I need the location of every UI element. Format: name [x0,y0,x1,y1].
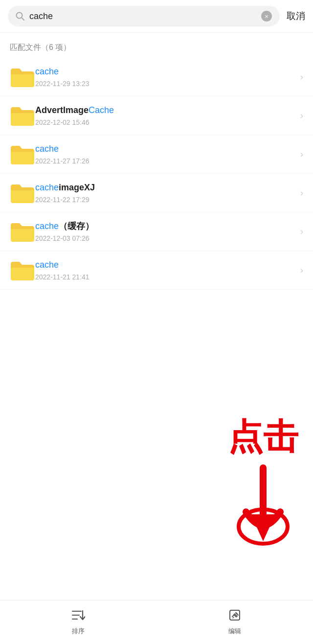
folder-icon [10,143,35,165]
svg-point-3 [239,509,288,544]
chevron-icon: › [300,149,303,160]
search-bar: × 取消 [0,0,313,33]
cancel-button[interactable]: 取消 [285,10,305,23]
annotation-text: 点击 [228,419,298,454]
folder-icon [10,220,35,243]
file-list: cache 2022-11-29 13:23 › AdvertImageCach… [0,58,313,290]
search-icon [16,12,24,21]
file-name: cache [35,66,296,77]
file-date: 2022-12-03 07:26 [35,234,296,242]
file-date: 2022-12-02 15:46 [35,118,296,126]
chevron-icon: › [300,72,303,82]
search-input[interactable] [29,11,256,22]
edit-label: 编辑 [228,627,241,636]
file-info: cache 2022-11-21 21:41 [35,259,296,280]
file-date: 2022-11-27 17:26 [35,157,296,165]
svg-line-1 [22,18,24,20]
folder-icon [10,104,35,127]
search-input-wrap: × [8,6,280,26]
edit-toolbar-item[interactable]: 编辑 [156,609,313,636]
chevron-icon: › [300,265,303,276]
file-info: AdvertImageCache 2022-12-02 15:46 [35,105,296,126]
clear-button[interactable]: × [261,11,272,22]
list-item[interactable]: AdvertImageCache 2022-12-02 15:46 › [0,96,313,135]
file-name: cache（缓存） [35,221,296,232]
file-name: cache [35,143,296,155]
file-date: 2022-11-22 17:29 [35,196,296,204]
clear-icon: × [265,13,268,20]
annotation-overlay: 点击 [228,419,298,546]
folder-icon [10,259,35,281]
file-name: AdvertImageCache [35,105,296,116]
file-name: cacheimageXJ [35,182,296,193]
chevron-icon: › [300,188,303,198]
file-info: cache（缓存） 2022-12-03 07:26 [35,221,296,242]
edit-icon [228,609,241,625]
file-name: cache [35,259,296,271]
file-info: cache 2022-11-27 17:26 [35,143,296,164]
bottom-toolbar: 排序 编辑 [0,600,313,644]
sort-icon [71,609,85,625]
sort-label: 排序 [72,627,85,636]
list-item[interactable]: cache（缓存） 2022-12-03 07:26 › [0,212,313,251]
chevron-icon: › [300,111,303,121]
svg-marker-2 [251,514,275,541]
list-item[interactable]: cacheimageXJ 2022-11-22 17:29 › [0,174,313,212]
file-info: cache 2022-11-29 13:23 [35,66,296,87]
annotation-arrow [228,458,298,546]
chevron-icon: › [300,227,303,237]
folder-icon [10,66,35,88]
folder-icon [10,182,35,204]
file-info: cacheimageXJ 2022-11-22 17:29 [35,182,296,203]
results-header: 匹配文件（6 项） [0,33,313,58]
sort-toolbar-item[interactable]: 排序 [0,609,156,636]
list-item[interactable]: cache 2022-11-29 13:23 › [0,58,313,96]
svg-line-10 [233,617,234,618]
file-date: 2022-11-29 13:23 [35,80,296,88]
list-item[interactable]: cache 2022-11-27 17:26 › [0,135,313,174]
file-date: 2022-11-21 21:41 [35,273,296,281]
list-item[interactable]: cache 2022-11-21 21:41 › [0,251,313,290]
